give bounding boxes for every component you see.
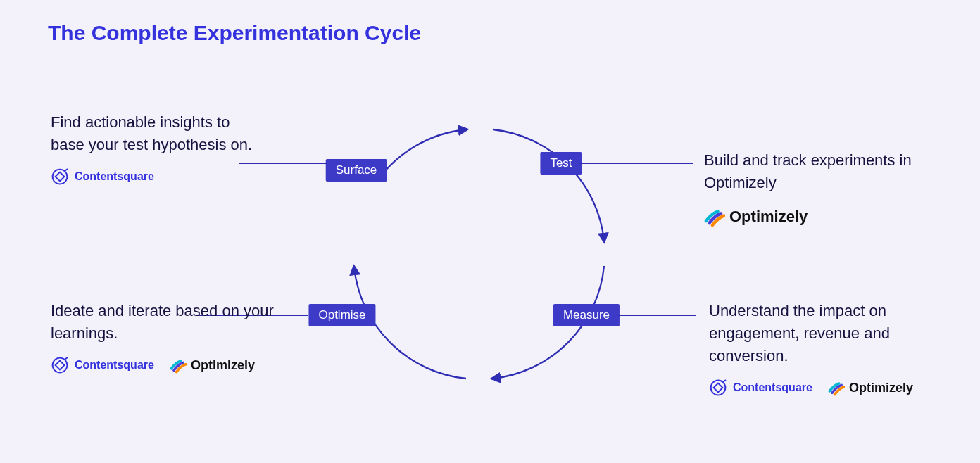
optimizely-logo: Optimizely [704,205,808,228]
node-optimise: Optimise [308,304,375,326]
optimizely-icon [828,379,845,396]
node-test: Test [540,152,582,175]
measure-text: Understand the impact on engagement, rev… [709,300,934,367]
svg-rect-1 [56,172,65,181]
contentsquare-logo: Contentsquare [51,167,154,186]
block-surface: Find actionable insights to base your te… [51,111,255,186]
diagram-canvas: The Complete Experimentation Cycle Surfa… [0,0,980,463]
optimizely-icon [170,357,187,374]
block-test: Build and track experiments in Optimizel… [704,149,922,228]
surface-text: Find actionable insights to base your te… [51,111,255,156]
connector-measure [618,315,696,316]
optimizely-logo: Optimizely [170,356,255,374]
connector-test [580,163,693,164]
optimizely-label: Optimizely [729,205,808,228]
svg-rect-3 [56,360,65,369]
contentsquare-icon [51,167,69,186]
optimizely-label: Optimizely [191,356,255,374]
optimizely-icon [704,206,725,227]
svg-rect-5 [714,383,723,392]
test-text: Build and track experiments in Optimizel… [704,149,922,194]
contentsquare-logo: Contentsquare [709,379,812,397]
node-surface: Surface [326,159,387,182]
block-optimise: Ideate and iterate based on your learnin… [51,300,290,374]
contentsquare-label: Contentsquare [75,357,154,373]
diagram-title: The Complete Experimentation Cycle [48,21,421,45]
contentsquare-label: Contentsquare [75,168,154,184]
contentsquare-icon [709,379,727,397]
contentsquare-label: Contentsquare [733,379,812,395]
optimizely-logo: Optimizely [828,379,913,397]
optimise-text: Ideate and iterate based on your learnin… [51,300,290,345]
node-measure: Measure [553,304,620,326]
optimizely-label: Optimizely [849,379,913,397]
block-measure: Understand the impact on engagement, rev… [709,300,934,397]
contentsquare-logo: Contentsquare [51,356,154,374]
contentsquare-icon [51,356,69,374]
